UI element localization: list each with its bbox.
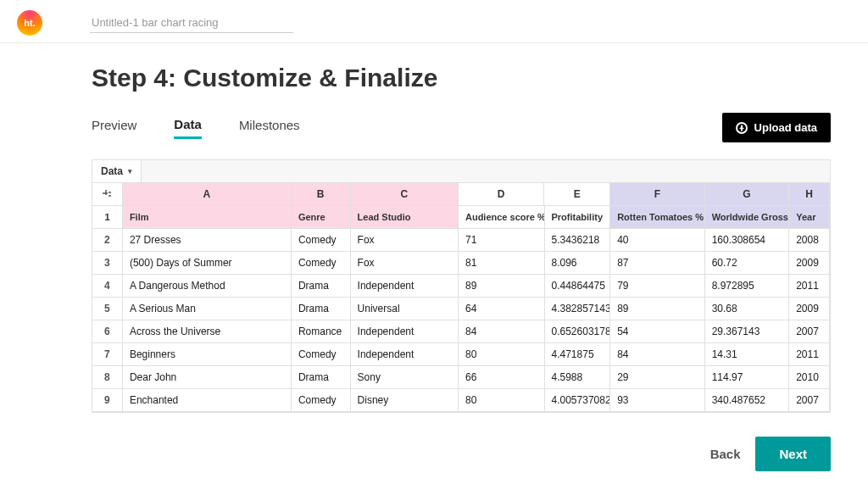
data-cell[interactable]: 79 xyxy=(610,275,704,297)
data-cell[interactable]: 89 xyxy=(459,275,545,297)
data-cell[interactable]: 64 xyxy=(459,298,545,320)
data-cell[interactable]: 40 xyxy=(610,229,704,251)
data-cell[interactable]: Drama xyxy=(292,275,351,297)
row-num[interactable]: 7 xyxy=(92,343,123,365)
data-cell[interactable]: 81 xyxy=(459,252,545,274)
sheet-tab-data[interactable]: Data ▾ xyxy=(92,160,142,182)
data-cell[interactable]: Independent xyxy=(351,343,459,365)
data-cell[interactable]: 2011 xyxy=(789,275,830,297)
data-cell[interactable]: Comedy xyxy=(292,343,351,365)
back-button[interactable]: Back xyxy=(710,447,741,461)
row-num[interactable]: 9 xyxy=(92,389,123,411)
data-cell[interactable]: Comedy xyxy=(292,252,351,274)
data-cell[interactable]: 14.31 xyxy=(705,343,790,365)
data-cell[interactable]: Universal xyxy=(351,298,459,320)
header-cell[interactable]: Profitability xyxy=(545,206,611,228)
col-letter-F[interactable]: F xyxy=(610,183,704,205)
header-cell[interactable]: Genre xyxy=(292,206,351,228)
data-cell[interactable]: Drama xyxy=(292,298,351,320)
tab-preview[interactable]: Preview xyxy=(92,118,136,137)
data-cell[interactable]: 4.382857143 xyxy=(545,298,611,320)
corner-cell[interactable] xyxy=(92,183,123,205)
data-cell[interactable]: Beginners xyxy=(123,343,292,365)
data-cell[interactable]: 29.367143 xyxy=(705,320,790,342)
col-letter-E[interactable]: E xyxy=(544,183,610,205)
data-cell[interactable]: 5.3436218 xyxy=(545,229,611,251)
col-letter-B[interactable]: B xyxy=(292,183,351,205)
data-cell[interactable]: 8.972895 xyxy=(705,275,790,297)
col-letter-C[interactable]: C xyxy=(351,183,459,205)
header-cell[interactable]: Lead Studio xyxy=(351,206,459,228)
data-cell[interactable]: 80 xyxy=(459,389,545,411)
data-cell[interactable]: 160.308654 xyxy=(705,229,790,251)
data-cell[interactable]: 340.487652 xyxy=(705,389,790,411)
data-cell[interactable]: 8.096 xyxy=(545,252,611,274)
chart-title-input[interactable] xyxy=(90,13,293,33)
data-cell[interactable]: 89 xyxy=(610,298,704,320)
data-cell[interactable]: 2009 xyxy=(789,298,830,320)
data-cell[interactable]: A Dangerous Method xyxy=(123,275,292,297)
header-cell[interactable]: Film xyxy=(123,206,292,228)
data-cell[interactable]: 0.44864475 xyxy=(545,275,611,297)
upload-data-button[interactable]: Upload data xyxy=(722,113,831,142)
header-cell[interactable]: Audience score % xyxy=(459,206,545,228)
row-num[interactable]: 4 xyxy=(92,275,123,297)
tab-milestones[interactable]: Milestones xyxy=(239,118,300,137)
data-cell[interactable]: 2010 xyxy=(789,366,830,388)
data-cell[interactable]: Sony xyxy=(351,366,459,388)
data-cell[interactable]: Across the Universe xyxy=(123,320,292,342)
data-cell[interactable]: 60.72 xyxy=(705,252,790,274)
data-cell[interactable]: 2008 xyxy=(789,229,830,251)
data-cell[interactable]: 93 xyxy=(610,389,704,411)
data-cell[interactable]: (500) Days of Summer xyxy=(123,252,292,274)
data-cell[interactable]: Drama xyxy=(292,366,351,388)
row-num[interactable]: 3 xyxy=(92,252,123,274)
data-cell[interactable]: 54 xyxy=(610,320,704,342)
data-cell[interactable]: 114.97 xyxy=(705,366,790,388)
header-cell[interactable]: Year xyxy=(789,206,830,228)
row-num[interactable]: 6 xyxy=(92,320,123,342)
data-cell[interactable]: 84 xyxy=(610,343,704,365)
data-cell[interactable]: 80 xyxy=(459,343,545,365)
header-row: 1FilmGenreLead StudioAudience score %Pro… xyxy=(92,206,830,229)
data-cell[interactable]: Dear John xyxy=(123,366,292,388)
data-cell[interactable]: Fox xyxy=(351,252,459,274)
data-cell[interactable]: 2011 xyxy=(789,343,830,365)
data-cell[interactable]: 4.471875 xyxy=(545,343,611,365)
data-cell[interactable]: 2007 xyxy=(789,320,830,342)
col-letter-A[interactable]: A xyxy=(123,183,292,205)
data-cell[interactable]: 71 xyxy=(459,229,545,251)
data-cell[interactable]: 2009 xyxy=(789,252,830,274)
tab-data[interactable]: Data xyxy=(174,117,202,139)
data-cell[interactable]: 87 xyxy=(610,252,704,274)
data-cell[interactable]: Independent xyxy=(351,275,459,297)
row-num[interactable]: 5 xyxy=(92,298,123,320)
data-cell[interactable]: 84 xyxy=(459,320,545,342)
data-cell[interactable]: Comedy xyxy=(292,229,351,251)
data-grid[interactable]: ABCDEFGH1FilmGenreLead StudioAudience sc… xyxy=(92,183,830,412)
row-num[interactable]: 2 xyxy=(92,229,123,251)
data-cell[interactable]: Romance xyxy=(292,320,351,342)
row-num[interactable]: 1 xyxy=(92,206,123,228)
data-cell[interactable]: Fox xyxy=(351,229,459,251)
col-letter-D[interactable]: D xyxy=(459,183,545,205)
next-button[interactable]: Next xyxy=(755,437,831,471)
col-letter-G[interactable]: G xyxy=(705,183,790,205)
data-cell[interactable]: 4.005737082 xyxy=(545,389,611,411)
row-num[interactable]: 8 xyxy=(92,366,123,388)
header-cell[interactable]: Rotten Tomatoes % xyxy=(610,206,704,228)
data-cell[interactable]: 27 Dresses xyxy=(123,229,292,251)
data-cell[interactable]: 66 xyxy=(459,366,545,388)
data-cell[interactable]: Comedy xyxy=(292,389,351,411)
data-cell[interactable]: Independent xyxy=(351,320,459,342)
header-cell[interactable]: Worldwide Gross xyxy=(705,206,790,228)
data-cell[interactable]: 2007 xyxy=(789,389,830,411)
data-cell[interactable]: 30.68 xyxy=(705,298,790,320)
col-letter-H[interactable]: H xyxy=(789,183,830,205)
data-cell[interactable]: 0.652603178 xyxy=(545,320,611,342)
data-cell[interactable]: Disney xyxy=(351,389,459,411)
data-cell[interactable]: Enchanted xyxy=(123,389,292,411)
data-cell[interactable]: A Serious Man xyxy=(123,298,292,320)
data-cell[interactable]: 29 xyxy=(610,366,704,388)
data-cell[interactable]: 4.5988 xyxy=(545,366,611,388)
